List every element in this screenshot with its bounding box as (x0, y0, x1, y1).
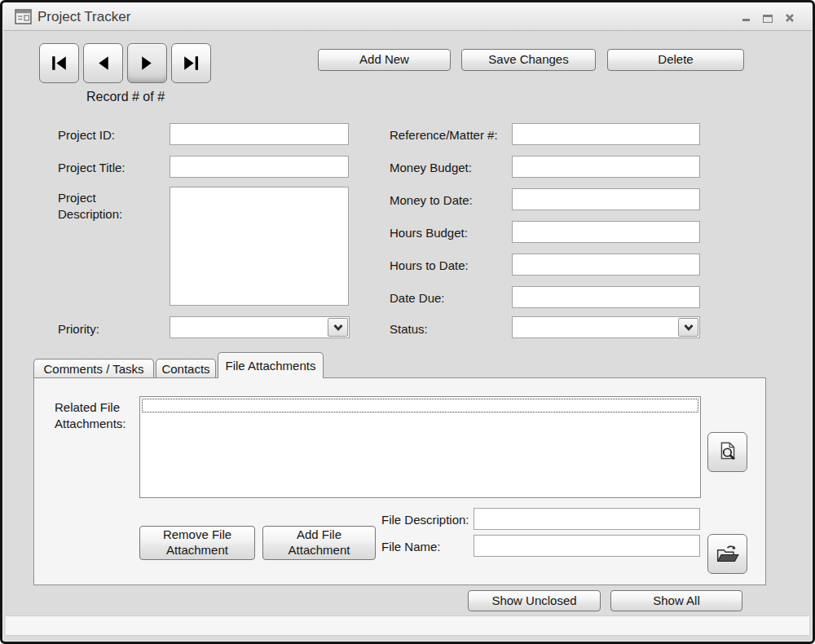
priority-label: Priority: (58, 321, 99, 337)
first-record-button[interactable] (39, 43, 79, 83)
file-attachments-list[interactable] (139, 396, 701, 498)
first-record-icon (48, 54, 70, 73)
add-file-attachment-button[interactable]: Add File Attachment (262, 526, 376, 560)
save-changes-button[interactable]: Save Changes (461, 49, 596, 71)
add-new-button[interactable]: Add New (318, 49, 451, 71)
previous-record-icon (92, 54, 114, 73)
tab-comments-tasks[interactable]: Comments / Tasks (33, 359, 154, 378)
remove-file-attachment-button[interactable]: Remove File Attachment (139, 526, 255, 560)
money-to-date-label: Money to Date: (390, 192, 473, 209)
project-title-input[interactable] (170, 156, 349, 178)
money-to-date-input[interactable] (512, 188, 700, 210)
priority-input[interactable] (170, 317, 349, 337)
status-combo[interactable] (512, 316, 700, 338)
next-record-button[interactable] (127, 43, 167, 83)
project-description-label: Project Description: (58, 190, 149, 222)
show-unclosed-button[interactable]: Show Unclosed (468, 590, 601, 611)
minimize-icon[interactable] (740, 11, 751, 23)
reference-matter-label: Reference/Matter #: (390, 127, 498, 143)
form-window-icon (15, 9, 32, 24)
window-controls (740, 11, 795, 24)
priority-combo[interactable] (170, 316, 350, 338)
project-id-input[interactable] (170, 123, 349, 145)
reference-matter-input[interactable] (512, 123, 700, 145)
browse-file-button[interactable] (707, 534, 747, 574)
previous-record-button[interactable] (83, 43, 123, 83)
window-title: Project Tracker (37, 9, 130, 25)
list-focus-row (142, 399, 698, 412)
delete-button[interactable]: Delete (607, 49, 744, 71)
hours-budget-label: Hours Budget: (390, 225, 468, 241)
record-count-label: Record # of # (39, 90, 212, 104)
date-due-input[interactable] (512, 286, 700, 308)
preview-file-button[interactable] (707, 432, 747, 472)
preview-file-icon (716, 441, 739, 464)
show-all-button[interactable]: Show All (610, 590, 742, 611)
date-due-label: Date Due: (390, 290, 445, 307)
tab-contacts[interactable]: Contacts (156, 359, 216, 378)
money-budget-label: Money Budget: (390, 160, 472, 176)
close-icon[interactable] (784, 11, 795, 23)
project-id-label: Project ID: (58, 127, 115, 143)
project-title-label: Project Title: (58, 160, 126, 176)
titlebar[interactable]: Project Tracker (3, 3, 812, 31)
file-name-label: File Name: (381, 539, 441, 555)
tab-file-attachments[interactable]: File Attachments (218, 352, 324, 378)
money-budget-input[interactable] (512, 156, 700, 178)
chevron-down-icon (683, 324, 694, 332)
last-record-button[interactable] (171, 43, 211, 83)
hours-to-date-input[interactable] (512, 254, 700, 276)
open-folder-icon (716, 544, 740, 565)
maximize-icon[interactable] (762, 11, 773, 23)
last-record-icon (180, 54, 202, 73)
status-dropdown-button[interactable] (678, 318, 698, 337)
chevron-down-icon (333, 324, 344, 332)
priority-dropdown-button[interactable] (328, 318, 348, 337)
project-tracker-window: Project Tracker Record # of # (0, 0, 815, 644)
file-name-input[interactable] (474, 535, 700, 557)
hours-budget-input[interactable] (512, 221, 700, 243)
file-description-label: File Description: (381, 512, 469, 528)
related-file-attachments-label: Related File Attachments: (55, 399, 146, 431)
project-description-input[interactable] (170, 187, 349, 306)
status-bar (6, 615, 809, 636)
status-label: Status: (390, 321, 428, 337)
hours-to-date-label: Hours to Date: (390, 258, 469, 274)
next-record-icon (136, 54, 158, 73)
file-description-input[interactable] (474, 508, 700, 530)
status-input[interactable] (513, 317, 699, 337)
